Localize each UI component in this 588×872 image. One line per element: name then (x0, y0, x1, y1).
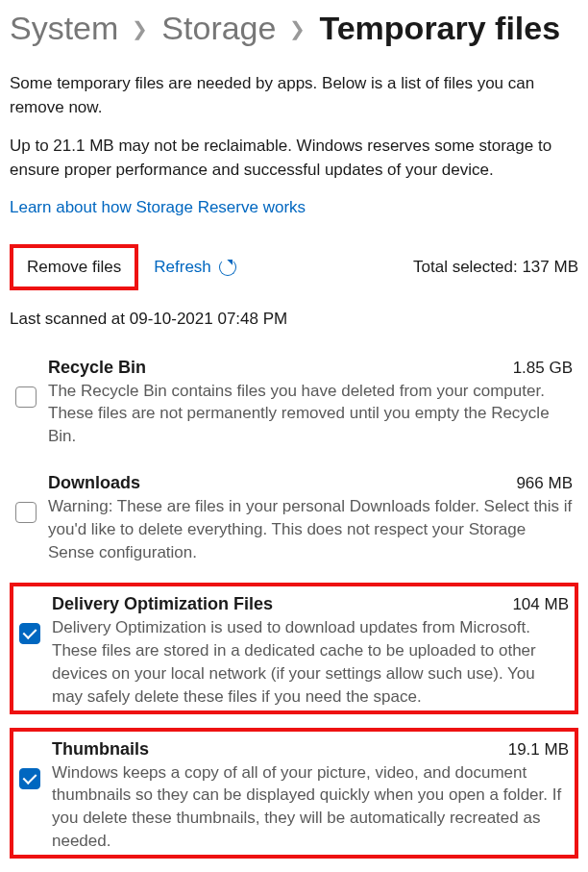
file-body: Delivery Optimization Files104 MBDeliver… (52, 594, 569, 708)
file-header: Downloads966 MB (48, 473, 573, 493)
refresh-button[interactable]: Refresh (154, 258, 236, 277)
file-item[interactable]: Delivery Optimization Files104 MBDeliver… (10, 583, 578, 713)
file-body: Thumbnails19.1 MBWindows keeps a copy of… (52, 739, 569, 853)
file-body: Recycle Bin1.85 GBThe Recycle Bin contai… (48, 358, 573, 448)
file-size: 104 MB (512, 595, 569, 614)
action-row: Remove files Refresh Total selected: 137… (10, 244, 578, 290)
storage-reserve-link[interactable]: Learn about how Storage Reserve works (10, 198, 306, 217)
refresh-icon (219, 259, 236, 276)
file-body: Downloads966 MBWarning: These are files … (48, 473, 573, 563)
checkbox[interactable] (15, 386, 37, 408)
checkbox[interactable] (19, 768, 40, 789)
breadcrumb: System ❯ Storage ❯ Temporary files (10, 10, 578, 47)
file-title: Thumbnails (52, 739, 149, 760)
file-description: Delivery Optimization is used to downloa… (52, 616, 569, 708)
file-title: Downloads (48, 473, 140, 493)
page-title: Temporary files (319, 10, 560, 47)
file-title: Delivery Optimization Files (52, 594, 273, 614)
file-item[interactable]: Recycle Bin1.85 GBThe Recycle Bin contai… (10, 352, 578, 454)
file-size: 966 MB (516, 474, 573, 493)
file-size: 19.1 MB (508, 740, 569, 760)
breadcrumb-storage[interactable]: Storage (161, 10, 276, 47)
file-title: Recycle Bin (48, 358, 146, 378)
chevron-right-icon: ❯ (132, 17, 148, 40)
breadcrumb-system[interactable]: System (10, 10, 118, 47)
file-item[interactable]: Downloads966 MBWarning: These are files … (10, 467, 578, 569)
file-description: Windows keeps a copy of all of your pict… (52, 761, 569, 853)
intro-text-1: Some temporary files are needed by apps.… (10, 72, 578, 119)
file-description: Warning: These are files in your persona… (48, 495, 573, 563)
refresh-label: Refresh (154, 258, 211, 277)
last-scanned: Last scanned at 09-10-2021 07:48 PM (10, 310, 578, 329)
file-header: Recycle Bin1.85 GB (48, 358, 573, 378)
chevron-right-icon: ❯ (289, 17, 306, 40)
file-header: Delivery Optimization Files104 MB (52, 594, 569, 614)
file-size: 1.85 GB (513, 359, 573, 378)
intro-text-2: Up to 21.1 MB may not be reclaimable. Wi… (10, 135, 578, 182)
remove-files-button[interactable]: Remove files (10, 244, 138, 290)
checkbox[interactable] (19, 623, 40, 644)
checkbox[interactable] (15, 502, 37, 523)
file-header: Thumbnails19.1 MB (52, 739, 569, 760)
total-selected: Total selected: 137 MB (413, 258, 578, 277)
file-description: The Recycle Bin contains files you have … (48, 380, 573, 448)
file-list: Recycle Bin1.85 GBThe Recycle Bin contai… (10, 352, 578, 859)
file-item[interactable]: Thumbnails19.1 MBWindows keeps a copy of… (10, 728, 578, 859)
